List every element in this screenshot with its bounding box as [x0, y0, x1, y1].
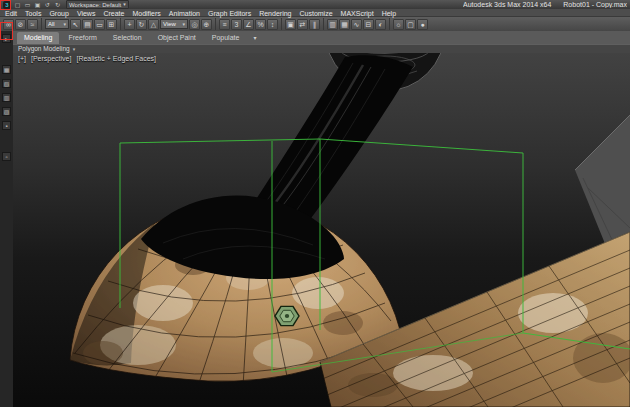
- unlink-selection-icon[interactable]: ⊘: [15, 19, 26, 30]
- application-button[interactable]: 3: [3, 1, 11, 9]
- undo-icon[interactable]: ↺: [44, 2, 51, 8]
- hex-bolt-object[interactable]: [275, 306, 299, 325]
- tab-selection[interactable]: Selection: [106, 32, 149, 44]
- viewport-general-menu[interactable]: [+]: [18, 55, 26, 62]
- chevron-down-icon: ▾: [182, 21, 185, 27]
- left-toolbar-icon-4[interactable]: ▥: [2, 93, 11, 102]
- left-toolbar-icon-6[interactable]: ▪: [2, 121, 11, 130]
- schematic-view-icon[interactable]: ⊟: [363, 19, 374, 30]
- material-editor-icon[interactable]: ◐: [375, 19, 386, 30]
- chevron-down-icon: ▾: [63, 21, 66, 27]
- toolbar-separator: [389, 18, 390, 30]
- open-file-icon[interactable]: ▭: [24, 2, 31, 8]
- use-pivot-point-center-icon[interactable]: ◎: [189, 19, 200, 30]
- menu-customize[interactable]: Customize: [299, 10, 332, 17]
- menu-graph-editors[interactable]: Graph Editors: [208, 10, 251, 17]
- edit-named-selection-sets-icon[interactable]: ▣: [285, 19, 296, 30]
- toolbar-separator: [323, 18, 324, 30]
- menu-views[interactable]: Views: [77, 10, 96, 17]
- left-vertical-toolbar: ▸ ▦ ▧ ▥ ▨ ▪ ▫: [0, 31, 13, 407]
- viewport-pov-menu[interactable]: [Perspective]: [31, 55, 71, 62]
- workspace-area: ▸ ▦ ▧ ▥ ▨ ▪ ▫ Modeling Freeform Selectio…: [0, 31, 630, 407]
- left-toolbar-icon-1[interactable]: ▸: [2, 34, 11, 43]
- toolbar-separator: [215, 18, 216, 30]
- menu-bar: Edit Tools Group Views Create Modifiers …: [0, 9, 630, 17]
- select-by-name-icon[interactable]: ▤: [82, 19, 93, 30]
- render-production-icon[interactable]: ●: [417, 19, 428, 30]
- render-setup-icon[interactable]: ☼: [393, 19, 404, 30]
- main-toolbar: ∞ ⊘ ≈ All ▾ ↖ ▤ ▭ ⊞ + ↻ △ View ▾ ◎ ⊕ ≡ 3…: [0, 17, 630, 31]
- manage-layers-icon[interactable]: ▥: [327, 19, 338, 30]
- workspace-switcher[interactable]: Workspace: Default ▾: [66, 0, 129, 9]
- left-toolbar-icon-3[interactable]: ▧: [2, 79, 11, 88]
- select-and-link-icon[interactable]: ∞: [3, 19, 14, 30]
- align-icon[interactable]: ∥: [309, 19, 320, 30]
- select-and-manipulate-icon[interactable]: ⊕: [201, 19, 212, 30]
- menu-maxscript[interactable]: MAXScript: [341, 10, 374, 17]
- perspective-viewport[interactable]: [+] [Perspective] [Realistic + Edged Fac…: [13, 53, 630, 407]
- tab-modeling[interactable]: Modeling: [17, 32, 59, 44]
- menu-group[interactable]: Group: [49, 10, 68, 17]
- select-and-move-icon[interactable]: +: [124, 19, 135, 30]
- mirror-icon[interactable]: ⇄: [297, 19, 308, 30]
- redo-icon[interactable]: ↻: [54, 2, 61, 8]
- tab-object-paint[interactable]: Object Paint: [151, 32, 203, 44]
- reference-coordinate-system-dropdown[interactable]: View ▾: [160, 19, 188, 29]
- toolbar-separator: [41, 18, 42, 30]
- toolbar-separator: [120, 18, 121, 30]
- ribbon-tab-bar: Modeling Freeform Selection Object Paint…: [13, 31, 630, 44]
- toolbar-separator: [281, 18, 282, 30]
- app-title-text: Autodesk 3ds Max 2014 x64: [463, 1, 551, 8]
- left-toolbar-icon-5[interactable]: ▨: [2, 107, 11, 116]
- menu-create[interactable]: Create: [103, 10, 124, 17]
- polygon-modeling-label: Polygon Modeling: [18, 46, 70, 53]
- title-bar: 3 ▢ ▭ ▣ ↺ ↻ Workspace: Default ▾ Autodes…: [0, 0, 630, 9]
- menu-help[interactable]: Help: [382, 10, 396, 17]
- percent-snap-toggle-icon[interactable]: %: [255, 19, 266, 30]
- rectangular-selection-region-icon[interactable]: ▭: [94, 19, 105, 30]
- spinner-snap-toggle-icon[interactable]: ↕: [267, 19, 278, 30]
- select-and-rotate-icon[interactable]: ↻: [136, 19, 147, 30]
- select-and-scale-icon[interactable]: △: [148, 19, 159, 30]
- menu-animation[interactable]: Animation: [169, 10, 200, 17]
- bind-to-space-warp-icon[interactable]: ≈: [27, 19, 38, 30]
- angle-snap-toggle-icon[interactable]: ∠: [243, 19, 254, 30]
- keyboard-shortcut-override-icon[interactable]: ≡: [219, 19, 230, 30]
- snaps-toggle-icon[interactable]: 3: [231, 19, 242, 30]
- left-toolbar-icon-7[interactable]: ▫: [2, 152, 11, 161]
- 3ds-max-logo-icon: 3: [5, 2, 8, 8]
- viewport-label: [+] [Perspective] [Realistic + Edged Fac…: [18, 55, 156, 62]
- graphite-modeling-tools-icon[interactable]: ▦: [339, 19, 350, 30]
- chevron-down-icon: ▾: [123, 2, 126, 7]
- window-title: Autodesk 3ds Max 2014 x64 Robot01 - Copy…: [463, 1, 627, 8]
- 3ds-max-window: 3 ▢ ▭ ▣ ↺ ↻ Workspace: Default ▾ Autodes…: [0, 0, 630, 407]
- menu-edit[interactable]: Edit: [5, 10, 17, 17]
- coordinate-system-value: View: [163, 21, 176, 27]
- document-title-text: Robot01 - Copy.max: [563, 1, 627, 8]
- window-crossing-toggle-icon[interactable]: ⊞: [106, 19, 117, 30]
- selection-filter-value: All: [48, 21, 55, 27]
- ribbon-minimize-chevron-icon[interactable]: ▾: [253, 35, 256, 41]
- viewport-scene[interactable]: [13, 53, 630, 407]
- viewport-shading-menu[interactable]: [Realistic + Edged Faces]: [76, 55, 156, 62]
- curve-editor-icon[interactable]: ∿: [351, 19, 362, 30]
- rendered-frame-window-icon[interactable]: ▢: [405, 19, 416, 30]
- chevron-down-icon: ▾: [73, 47, 76, 52]
- menu-tools[interactable]: Tools: [25, 10, 41, 17]
- new-scene-icon[interactable]: ▢: [14, 2, 21, 8]
- menu-modifiers[interactable]: Modifiers: [132, 10, 160, 17]
- menu-rendering[interactable]: Rendering: [259, 10, 291, 17]
- workspace-label: Workspace: Default: [69, 2, 121, 8]
- select-object-icon[interactable]: ↖: [70, 19, 81, 30]
- left-toolbar-icon-2[interactable]: ▦: [2, 65, 11, 74]
- selection-filter-dropdown[interactable]: All ▾: [45, 19, 69, 29]
- tab-populate[interactable]: Populate: [205, 32, 247, 44]
- polygon-modeling-panel[interactable]: Polygon Modeling ▾: [13, 44, 630, 53]
- tab-freeform[interactable]: Freeform: [61, 32, 103, 44]
- save-file-icon[interactable]: ▣: [34, 2, 41, 8]
